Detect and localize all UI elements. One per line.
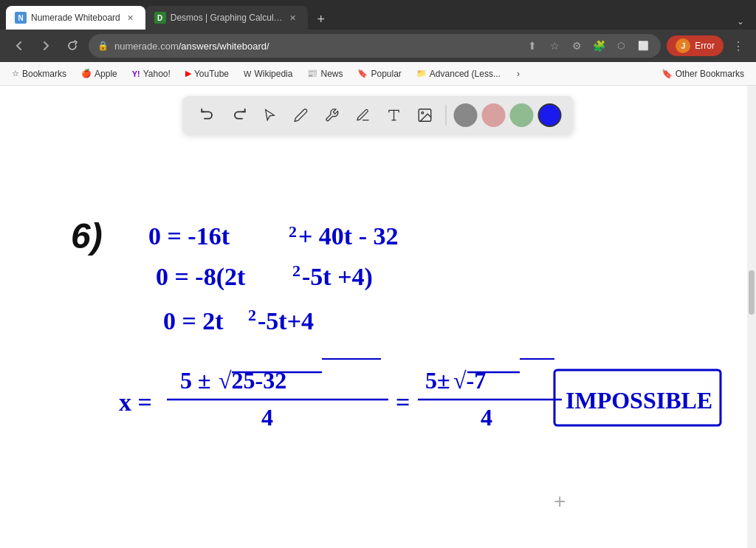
svg-text:√-7: √-7 <box>453 367 486 394</box>
svg-text:4: 4 <box>261 404 273 431</box>
news-icon: 📰 <box>307 69 317 78</box>
window-icon[interactable]: ⬜ <box>634 37 652 55</box>
bookmark-apple[interactable]: 🍎 Apple <box>75 66 123 81</box>
wikipedia-label: Wikipedia <box>254 69 292 79</box>
bookmarks-bar: ☆ Bookmarks 🍎 Apple Y! Yahoo! ▶ YouTube … <box>0 62 756 86</box>
browser-menu-button[interactable]: ⋮ <box>729 36 747 56</box>
svg-text:IMPOSSIBLE: IMPOSSIBLE <box>566 387 712 414</box>
tab-menu-button[interactable]: ⌄ <box>731 13 750 30</box>
user-avatar: J <box>676 38 690 53</box>
error-label: Error <box>695 41 715 51</box>
bookmarks-star-icon: ☆ <box>12 69 19 78</box>
scrollbar[interactable] <box>747 86 756 548</box>
tab-numerade-close[interactable]: ✕ <box>125 12 137 24</box>
error-button[interactable]: J Error <box>667 35 724 56</box>
color-green[interactable] <box>510 103 534 127</box>
image-tool-button[interactable] <box>412 102 439 129</box>
svg-text:0 = -8(2t: 0 = -8(2t <box>156 263 246 291</box>
svg-text:4: 4 <box>481 404 492 431</box>
bookmark-advanced[interactable]: 📁 Advanced (Less... <box>410 66 506 81</box>
other-bookmarks[interactable]: 🔖 Other Bookmarks <box>656 66 750 81</box>
color-pink[interactable] <box>482 103 506 127</box>
tab-bar: N Numerade Whiteboard ✕ D Desmos | Graph… <box>0 0 756 30</box>
advanced-label: Advanced (Less... <box>430 69 501 79</box>
bookmark-bookmarks[interactable]: ☆ Bookmarks <box>6 66 72 81</box>
apple-icon: 🍎 <box>81 69 92 78</box>
pencil-tool-button[interactable] <box>288 102 315 129</box>
share-icon[interactable]: ⬆ <box>523 37 541 55</box>
svg-text:-5t+4: -5t+4 <box>258 307 314 335</box>
extensions-icon[interactable]: 🧩 <box>590 37 608 55</box>
apple-label: Apple <box>94 69 117 79</box>
lock-icon: 🔒 <box>97 41 109 51</box>
other-bookmarks-icon: 🔖 <box>662 69 673 79</box>
bookmark-youtube[interactable]: ▶ YouTube <box>179 66 235 81</box>
bookmark-popular[interactable]: 🔖 Popular <box>351 66 407 81</box>
bookmark-wikipedia[interactable]: W Wikipedia <box>238 66 298 81</box>
browser-window: N Numerade Whiteboard ✕ D Desmos | Graph… <box>0 0 756 548</box>
yahoo-icon: Y! <box>132 69 140 78</box>
color-blue[interactable] <box>538 103 562 127</box>
whiteboard-svg: 6) 0 = -16t 2 + 40t - 32 0 = -8(2t 2 -5t… <box>0 86 756 548</box>
svg-text:x =: x = <box>119 388 152 416</box>
address-icons: ⬆ ☆ ⚙ 🧩 ⬡ ⬜ <box>523 37 652 55</box>
favicon-numerade: N <box>15 12 27 24</box>
svg-text:2: 2 <box>292 261 300 280</box>
bookmark-news[interactable]: 📰 News <box>301 66 348 81</box>
scrollbar-thumb[interactable] <box>749 270 755 315</box>
svg-text:2: 2 <box>289 222 297 241</box>
youtube-icon: ▶ <box>185 69 191 78</box>
redo-button[interactable] <box>226 102 252 129</box>
address-text: numerade.com/answers/whiteboard/ <box>114 41 518 52</box>
toolbar-divider <box>446 105 447 126</box>
popular-label: Popular <box>371 69 401 79</box>
svg-text:5 ±: 5 ± <box>180 367 211 394</box>
youtube-label: YouTube <box>194 69 229 79</box>
news-label: News <box>320 69 343 79</box>
svg-text:0 = -16t: 0 = -16t <box>148 222 230 250</box>
tab-desmos-close[interactable]: ✕ <box>287 12 299 24</box>
wikipedia-icon: W <box>244 69 251 78</box>
bookmark-yahoo[interactable]: Y! Yahoo! <box>126 66 176 81</box>
svg-point-3 <box>422 112 424 114</box>
tools-button[interactable] <box>319 102 346 129</box>
color-gray[interactable] <box>454 103 478 127</box>
tab-desmos[interactable]: D Desmos | Graphing Calculat... ✕ <box>145 6 308 30</box>
cast-icon[interactable]: ⬡ <box>612 37 630 55</box>
highlighter-button[interactable] <box>350 102 377 129</box>
nav-bar: 🔒 numerade.com/answers/whiteboard/ ⬆ ☆ ⚙… <box>0 30 756 62</box>
tab-desmos-title: Desmos | Graphing Calculat... <box>171 13 283 23</box>
select-tool-button[interactable] <box>257 102 284 129</box>
svg-text:=: = <box>396 388 410 416</box>
favicon-desmos: D <box>154 12 166 24</box>
tab-numerade-title: Numerade Whiteboard <box>31 13 120 23</box>
svg-text:+: + <box>554 490 566 513</box>
star-icon[interactable]: ☆ <box>546 37 563 55</box>
svg-text:2: 2 <box>248 306 256 324</box>
svg-text:6): 6) <box>71 216 103 256</box>
tab-numerade[interactable]: N Numerade Whiteboard ✕ <box>6 6 145 30</box>
svg-text:5±: 5± <box>425 367 450 394</box>
whiteboard-area[interactable]: 6) 0 = -16t 2 + 40t - 32 0 = -8(2t 2 -5t… <box>0 86 756 548</box>
whiteboard-toolbar <box>183 96 574 134</box>
new-tab-button[interactable]: + <box>311 9 331 30</box>
bookmarks-label: Bookmarks <box>22 69 66 79</box>
forward-button[interactable] <box>35 35 56 56</box>
undo-button[interactable] <box>195 102 221 129</box>
text-tool-button[interactable] <box>381 102 408 129</box>
svg-text:0 = 2t: 0 = 2t <box>163 307 224 335</box>
svg-text:-5t +4): -5t +4) <box>302 263 373 291</box>
yahoo-label: Yahoo! <box>143 69 171 79</box>
other-bookmarks-label: Other Bookmarks <box>676 69 744 79</box>
popular-icon: 🔖 <box>357 69 368 78</box>
advanced-icon: 📁 <box>416 69 427 78</box>
bookmarks-more-button[interactable]: › <box>509 65 527 83</box>
refresh-button[interactable] <box>62 35 83 56</box>
gear-icon[interactable]: ⚙ <box>568 37 585 55</box>
back-button[interactable] <box>9 35 30 56</box>
svg-text:√25-32: √25-32 <box>219 367 286 394</box>
svg-text:+ 40t - 32: + 40t - 32 <box>298 222 399 250</box>
address-bar[interactable]: 🔒 numerade.com/answers/whiteboard/ ⬆ ☆ ⚙… <box>89 34 661 58</box>
